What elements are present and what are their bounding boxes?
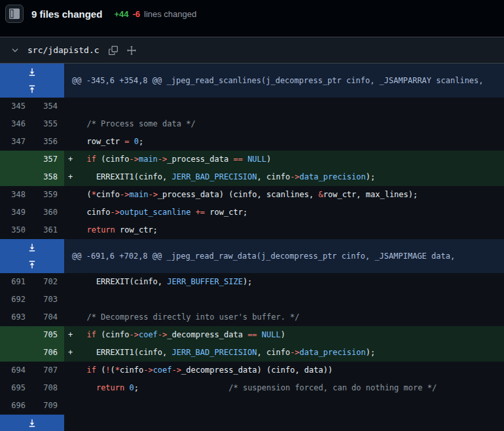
- expand-down-button[interactable]: [0, 239, 64, 256]
- code-segment: ): [266, 155, 271, 164]
- new-line-number[interactable]: 709: [32, 397, 64, 415]
- old-line-number[interactable]: 693: [0, 309, 32, 326]
- expand-down-button[interactable]: [0, 415, 64, 431]
- code-line: /* Process some data */: [64, 115, 504, 133]
- new-line-number[interactable]: 355: [32, 115, 64, 133]
- copy-path-button[interactable]: [105, 42, 122, 59]
- old-line-number[interactable]: [0, 151, 32, 168]
- code-segment: if: [86, 155, 96, 164]
- added-line-row: 357+ if (cinfo->main->_process_data == N…: [0, 151, 504, 168]
- old-line-number[interactable]: [0, 168, 32, 186]
- code-line: [64, 397, 504, 415]
- new-line-number[interactable]: 357: [32, 151, 64, 168]
- code-line: cinfo->output_scanline += row_ctr;: [64, 204, 504, 221]
- old-line-number[interactable]: [0, 326, 32, 344]
- new-line-number[interactable]: 703: [32, 291, 64, 309]
- code-segment: _process_data) (cinfo, scanlines,: [158, 190, 319, 199]
- code-line: (*cinfo->main->_process_data) (cinfo, sc…: [64, 186, 504, 204]
- expand-down-button[interactable]: [0, 64, 64, 81]
- code-line: return 0; /* suspension forced, can do n…: [64, 379, 504, 397]
- new-line-number[interactable]: 702: [32, 273, 64, 291]
- expand-up-button[interactable]: [0, 81, 64, 98]
- code-segment: if: [86, 330, 96, 339]
- old-line-number[interactable]: [0, 344, 32, 362]
- code-segment: ==: [233, 155, 242, 164]
- code-segment: ->: [158, 330, 167, 339]
- file-tree-toggle-button[interactable]: [5, 5, 24, 23]
- context-line-row: 349360 cinfo->output_scanline += row_ctr…: [0, 204, 504, 221]
- diff-marker: [68, 273, 77, 291]
- diff-marker: [68, 362, 77, 379]
- new-line-number[interactable]: 360: [32, 204, 64, 221]
- code-segment: data_precision: [300, 172, 366, 181]
- diff-marker: [68, 115, 77, 133]
- move-icon: [127, 46, 136, 55]
- old-line-number[interactable]: 349: [0, 204, 32, 221]
- new-line-number[interactable]: 705: [32, 326, 64, 344]
- code-line: ERREXIT(cinfo, JERR_BUFFER_SIZE);: [64, 273, 504, 291]
- old-line-number[interactable]: 691: [0, 273, 32, 291]
- new-line-number[interactable]: 361: [32, 221, 64, 239]
- code-segment: );: [243, 277, 252, 286]
- code-segment: [77, 155, 86, 164]
- added-line-row: 358+ ERREXIT1(cinfo, JERR_BAD_PRECISION,…: [0, 168, 504, 186]
- code-segment: ERREXIT1(cinfo,: [77, 348, 172, 357]
- code-segment: /* suspension forced, can do nothing mor…: [228, 383, 437, 392]
- old-line-number[interactable]: 694: [0, 362, 32, 379]
- code-segment: main: [130, 190, 149, 199]
- code-line: row_ctr = 0;: [64, 133, 504, 151]
- old-line-number[interactable]: 346: [0, 115, 32, 133]
- new-line-number[interactable]: 708: [32, 379, 64, 397]
- diff-marker: [68, 186, 77, 204]
- old-line-number[interactable]: 345: [0, 98, 32, 115]
- diff-marker: +: [68, 326, 77, 344]
- expand-row: [0, 415, 504, 431]
- old-line-number[interactable]: 348: [0, 186, 32, 204]
- drag-handle[interactable]: [123, 42, 140, 59]
- sidebar-icon: [9, 9, 20, 19]
- old-line-number[interactable]: 695: [0, 379, 32, 397]
- old-line-number[interactable]: 696: [0, 397, 32, 415]
- code-segment: cinfo: [77, 208, 111, 217]
- diff-marker: [68, 291, 77, 309]
- old-line-number[interactable]: 350: [0, 221, 32, 239]
- code-segment: row_ctr, max_lines);: [323, 190, 418, 199]
- code-segment: /* Process some data */: [77, 119, 196, 128]
- fold-down-icon: [27, 243, 37, 252]
- new-line-number[interactable]: 354: [32, 98, 64, 115]
- code-segment: [77, 330, 86, 339]
- code-segment: +=: [196, 208, 205, 217]
- code-segment: (: [77, 190, 92, 199]
- file-path[interactable]: src/jdapistd.c: [27, 45, 99, 55]
- new-line-number[interactable]: 359: [32, 186, 64, 204]
- code-segment: row_ctr;: [205, 208, 247, 217]
- collapse-file-button[interactable]: [7, 42, 24, 59]
- code-segment: data_precision: [300, 348, 366, 357]
- code-segment: !: [105, 365, 110, 375]
- added-line-row: 705+ if (cinfo->coef->_decompress_data =…: [0, 326, 504, 344]
- new-line-number[interactable]: 707: [32, 362, 64, 379]
- code-segment: ERREXIT(cinfo,: [77, 277, 167, 286]
- code-line: + if (cinfo->main->_process_data == NULL…: [64, 151, 504, 168]
- hunk-header-text: [64, 415, 504, 431]
- new-line-number[interactable]: 358: [32, 168, 64, 186]
- code-segment: );: [366, 172, 375, 181]
- fold-up-icon: [27, 260, 37, 269]
- expand-up-button[interactable]: [0, 256, 64, 273]
- old-line-number[interactable]: 692: [0, 291, 32, 309]
- code-segment: );: [366, 348, 375, 357]
- old-line-number[interactable]: 347: [0, 133, 32, 151]
- files-changed-title: 9 files changed: [31, 9, 102, 20]
- code-line: + ERREXIT1(cinfo, JERR_BAD_PRECISION, ci…: [64, 344, 504, 362]
- code-segment: [77, 383, 96, 392]
- code-segment: ->: [290, 172, 299, 181]
- code-segment: ->: [148, 190, 157, 199]
- code-line: /* Decompress directly into user's buffe…: [64, 309, 504, 326]
- code-segment: cinfo: [96, 190, 120, 199]
- new-line-number[interactable]: 356: [32, 133, 64, 151]
- diff-marker: [68, 397, 77, 415]
- new-line-number[interactable]: 704: [32, 309, 64, 326]
- new-line-number[interactable]: 706: [32, 344, 64, 362]
- code-segment: ->: [290, 348, 299, 357]
- code-segment: ->: [158, 155, 167, 164]
